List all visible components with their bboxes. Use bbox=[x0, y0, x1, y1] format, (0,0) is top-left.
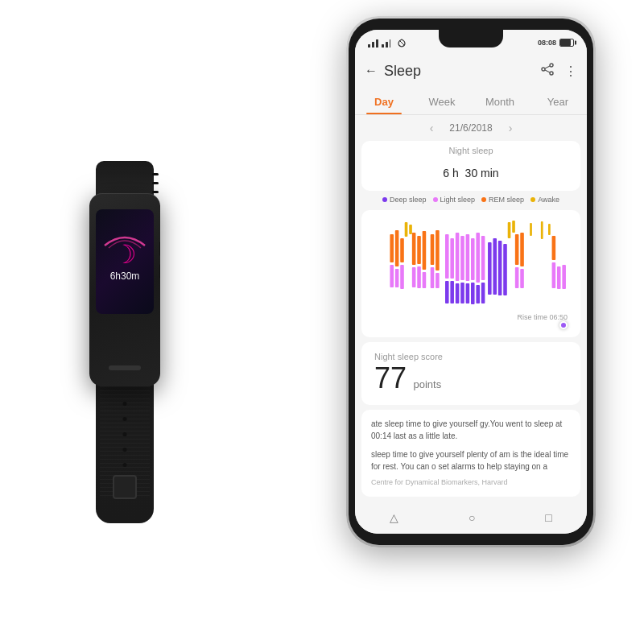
svg-rect-15 bbox=[512, 221, 515, 233]
svg-rect-26 bbox=[436, 230, 440, 270]
svg-rect-2 bbox=[376, 39, 378, 47]
svg-rect-5 bbox=[390, 39, 390, 47]
svg-rect-60 bbox=[493, 238, 497, 295]
app-title: Sleep bbox=[384, 63, 534, 80]
time-display: 08:08 bbox=[538, 39, 556, 47]
back-button[interactable]: ← bbox=[365, 64, 378, 78]
svg-rect-53 bbox=[456, 283, 460, 303]
status-right: 08:08 bbox=[538, 39, 574, 47]
svg-rect-21 bbox=[400, 238, 404, 262]
svg-rect-13 bbox=[409, 225, 412, 234]
tab-day[interactable]: Day bbox=[355, 89, 413, 114]
svg-rect-51 bbox=[445, 281, 449, 303]
svg-rect-38 bbox=[445, 234, 449, 279]
svg-rect-59 bbox=[488, 242, 492, 295]
rise-time-marker bbox=[559, 321, 568, 329]
app-header: ← Sleep bbox=[355, 52, 587, 89]
svg-rect-44 bbox=[476, 233, 480, 283]
tab-bar: Day Week Month Year bbox=[355, 89, 587, 115]
svg-rect-31 bbox=[395, 269, 399, 287]
home-nav-button[interactable]: ○ bbox=[469, 511, 475, 524]
recent-nav-button[interactable]: □ bbox=[545, 511, 551, 524]
advice-text-2: sleep time to give yourself plenty of am… bbox=[371, 448, 571, 473]
svg-rect-4 bbox=[386, 42, 388, 47]
svg-rect-18 bbox=[548, 224, 551, 235]
svg-rect-30 bbox=[390, 265, 394, 287]
main-content[interactable]: ‹ 21/6/2018 › Night sleep 6 h 30 min bbox=[355, 115, 587, 505]
back-nav-button[interactable]: △ bbox=[390, 511, 398, 524]
svg-rect-32 bbox=[400, 265, 404, 289]
prev-date-button[interactable]: ‹ bbox=[430, 122, 434, 134]
svg-rect-0 bbox=[368, 44, 370, 47]
sleep-chart-card: Rise time 06:50 bbox=[361, 210, 580, 337]
score-unit: points bbox=[414, 378, 442, 390]
svg-rect-52 bbox=[450, 281, 454, 303]
score-value: 77 bbox=[374, 361, 407, 395]
advice-text-1: ate sleep time to give yourself gy.You w… bbox=[371, 418, 571, 442]
svg-rect-29 bbox=[552, 236, 556, 260]
svg-rect-14 bbox=[508, 222, 511, 238]
rise-time-label: Rise time 06:50 bbox=[368, 310, 574, 321]
legend-light-sleep: Light sleep bbox=[433, 196, 476, 204]
svg-rect-46 bbox=[515, 267, 519, 288]
svg-rect-37 bbox=[436, 273, 440, 288]
sleep-summary-card: Night sleep 6 h 30 min bbox=[361, 141, 580, 191]
svg-rect-58 bbox=[481, 283, 485, 303]
svg-rect-16 bbox=[530, 223, 532, 236]
svg-rect-48 bbox=[552, 262, 556, 288]
legend-rem-sleep: REM sleep bbox=[481, 196, 524, 204]
svg-rect-57 bbox=[476, 285, 480, 303]
score-label: Night sleep score bbox=[374, 352, 568, 361]
tab-week[interactable]: Week bbox=[413, 89, 471, 114]
svg-point-9 bbox=[550, 72, 553, 75]
score-card: Night sleep score 77 points bbox=[361, 342, 580, 405]
side-buttons bbox=[159, 242, 160, 279]
svg-rect-55 bbox=[466, 283, 470, 303]
band-time-display: 6h30m bbox=[110, 270, 140, 282]
svg-rect-20 bbox=[395, 230, 399, 266]
svg-rect-3 bbox=[382, 44, 384, 47]
sleep-legend: Deep sleep Light sleep REM sleep bbox=[355, 196, 587, 210]
strap-clasp bbox=[113, 475, 137, 499]
svg-rect-56 bbox=[471, 283, 475, 304]
fitness-band: ☽ 6h30m bbox=[44, 161, 205, 523]
device-body: ☽ 6h30m bbox=[89, 193, 160, 386]
next-date-button[interactable]: › bbox=[509, 122, 513, 134]
svg-line-10 bbox=[545, 66, 550, 68]
phone-notch bbox=[439, 30, 503, 47]
svg-rect-19 bbox=[390, 234, 394, 262]
date-navigator: ‹ 21/6/2018 › bbox=[355, 115, 587, 141]
tab-year[interactable]: Year bbox=[529, 89, 587, 114]
svg-rect-45 bbox=[481, 236, 485, 280]
share-icon[interactable] bbox=[540, 62, 555, 80]
svg-rect-61 bbox=[498, 241, 502, 295]
sleep-chart bbox=[368, 218, 574, 307]
bottom-navigation: △ ○ □ bbox=[355, 505, 587, 534]
legend-awake: Awake bbox=[530, 196, 559, 204]
device-screen: ☽ 6h30m bbox=[96, 209, 154, 314]
svg-rect-54 bbox=[460, 283, 464, 303]
phone-screen: 08:08 ← Sleep bbox=[355, 30, 587, 534]
svg-rect-43 bbox=[471, 238, 475, 280]
night-sleep-label: Night sleep bbox=[374, 146, 568, 155]
svg-rect-17 bbox=[541, 221, 543, 239]
more-icon[interactable]: ⋮ bbox=[564, 64, 577, 79]
device-button[interactable] bbox=[109, 365, 141, 370]
phone: 08:08 ← Sleep bbox=[346, 16, 596, 547]
tab-month[interactable]: Month bbox=[471, 89, 529, 114]
svg-rect-42 bbox=[466, 234, 470, 281]
svg-rect-41 bbox=[460, 236, 464, 280]
svg-rect-49 bbox=[557, 266, 561, 289]
svg-rect-47 bbox=[520, 269, 524, 288]
svg-rect-36 bbox=[431, 267, 435, 288]
svg-rect-23 bbox=[417, 236, 421, 264]
svg-rect-39 bbox=[450, 238, 454, 279]
header-icons: ⋮ bbox=[540, 62, 577, 80]
svg-line-11 bbox=[545, 70, 550, 72]
svg-rect-22 bbox=[412, 233, 416, 265]
svg-rect-33 bbox=[412, 267, 416, 287]
svg-rect-25 bbox=[431, 234, 435, 265]
svg-rect-1 bbox=[372, 42, 374, 47]
advice-card: ate sleep time to give yourself gy.You w… bbox=[361, 410, 580, 497]
svg-point-7 bbox=[550, 64, 553, 67]
